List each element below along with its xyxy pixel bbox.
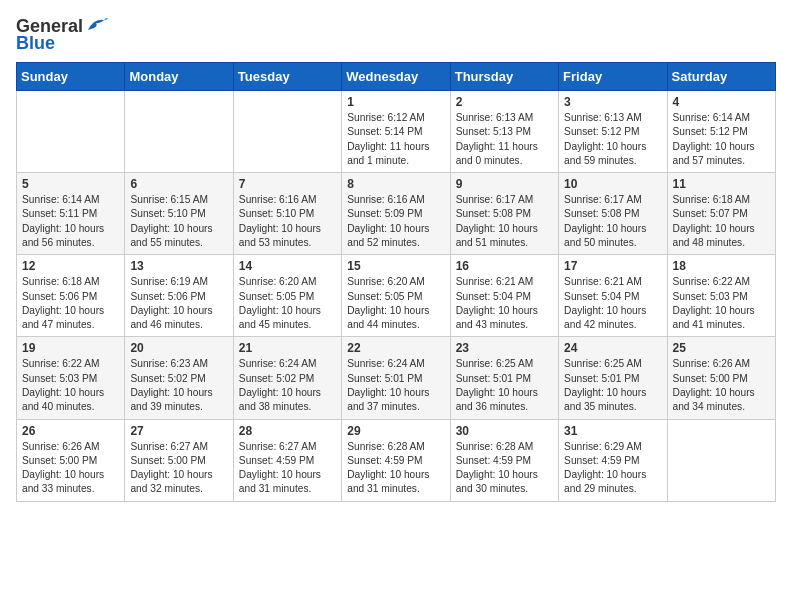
cell-info: Sunrise: 6:12 AMSunset: 5:14 PMDaylight:… xyxy=(347,111,444,168)
calendar-week-row: 5Sunrise: 6:14 AMSunset: 5:11 PMDaylight… xyxy=(17,173,776,255)
cell-info: Sunrise: 6:25 AMSunset: 5:01 PMDaylight:… xyxy=(456,357,553,414)
calendar-cell xyxy=(667,419,775,501)
day-header-thursday: Thursday xyxy=(450,63,558,91)
day-number: 31 xyxy=(564,424,661,438)
cell-info: Sunrise: 6:24 AMSunset: 5:01 PMDaylight:… xyxy=(347,357,444,414)
calendar-cell: 29Sunrise: 6:28 AMSunset: 4:59 PMDayligh… xyxy=(342,419,450,501)
cell-info: Sunrise: 6:20 AMSunset: 5:05 PMDaylight:… xyxy=(347,275,444,332)
calendar-cell: 24Sunrise: 6:25 AMSunset: 5:01 PMDayligh… xyxy=(559,337,667,419)
cell-info: Sunrise: 6:13 AMSunset: 5:12 PMDaylight:… xyxy=(564,111,661,168)
cell-info: Sunrise: 6:27 AMSunset: 4:59 PMDaylight:… xyxy=(239,440,336,497)
cell-info: Sunrise: 6:17 AMSunset: 5:08 PMDaylight:… xyxy=(456,193,553,250)
day-number: 10 xyxy=(564,177,661,191)
calendar-cell: 7Sunrise: 6:16 AMSunset: 5:10 PMDaylight… xyxy=(233,173,341,255)
calendar-cell: 28Sunrise: 6:27 AMSunset: 4:59 PMDayligh… xyxy=(233,419,341,501)
calendar-cell: 8Sunrise: 6:16 AMSunset: 5:09 PMDaylight… xyxy=(342,173,450,255)
cell-info: Sunrise: 6:16 AMSunset: 5:09 PMDaylight:… xyxy=(347,193,444,250)
calendar-cell xyxy=(233,91,341,173)
day-header-sunday: Sunday xyxy=(17,63,125,91)
day-number: 27 xyxy=(130,424,227,438)
cell-info: Sunrise: 6:19 AMSunset: 5:06 PMDaylight:… xyxy=(130,275,227,332)
calendar-cell: 23Sunrise: 6:25 AMSunset: 5:01 PMDayligh… xyxy=(450,337,558,419)
day-number: 2 xyxy=(456,95,553,109)
day-number: 22 xyxy=(347,341,444,355)
page-header: General Blue xyxy=(16,16,776,54)
day-number: 4 xyxy=(673,95,770,109)
calendar-cell: 20Sunrise: 6:23 AMSunset: 5:02 PMDayligh… xyxy=(125,337,233,419)
cell-info: Sunrise: 6:29 AMSunset: 4:59 PMDaylight:… xyxy=(564,440,661,497)
day-header-saturday: Saturday xyxy=(667,63,775,91)
cell-info: Sunrise: 6:17 AMSunset: 5:08 PMDaylight:… xyxy=(564,193,661,250)
cell-info: Sunrise: 6:13 AMSunset: 5:13 PMDaylight:… xyxy=(456,111,553,168)
day-number: 5 xyxy=(22,177,119,191)
calendar-week-row: 19Sunrise: 6:22 AMSunset: 5:03 PMDayligh… xyxy=(17,337,776,419)
cell-info: Sunrise: 6:26 AMSunset: 5:00 PMDaylight:… xyxy=(22,440,119,497)
cell-info: Sunrise: 6:27 AMSunset: 5:00 PMDaylight:… xyxy=(130,440,227,497)
day-header-monday: Monday xyxy=(125,63,233,91)
cell-info: Sunrise: 6:20 AMSunset: 5:05 PMDaylight:… xyxy=(239,275,336,332)
calendar-cell: 22Sunrise: 6:24 AMSunset: 5:01 PMDayligh… xyxy=(342,337,450,419)
day-header-wednesday: Wednesday xyxy=(342,63,450,91)
calendar-cell: 4Sunrise: 6:14 AMSunset: 5:12 PMDaylight… xyxy=(667,91,775,173)
cell-info: Sunrise: 6:24 AMSunset: 5:02 PMDaylight:… xyxy=(239,357,336,414)
day-number: 16 xyxy=(456,259,553,273)
calendar-week-row: 26Sunrise: 6:26 AMSunset: 5:00 PMDayligh… xyxy=(17,419,776,501)
day-number: 14 xyxy=(239,259,336,273)
day-number: 29 xyxy=(347,424,444,438)
cell-info: Sunrise: 6:23 AMSunset: 5:02 PMDaylight:… xyxy=(130,357,227,414)
day-number: 1 xyxy=(347,95,444,109)
cell-info: Sunrise: 6:14 AMSunset: 5:12 PMDaylight:… xyxy=(673,111,770,168)
calendar-cell: 3Sunrise: 6:13 AMSunset: 5:12 PMDaylight… xyxy=(559,91,667,173)
logo-blue-text: Blue xyxy=(16,33,55,54)
cell-info: Sunrise: 6:21 AMSunset: 5:04 PMDaylight:… xyxy=(564,275,661,332)
cell-info: Sunrise: 6:22 AMSunset: 5:03 PMDaylight:… xyxy=(22,357,119,414)
cell-info: Sunrise: 6:26 AMSunset: 5:00 PMDaylight:… xyxy=(673,357,770,414)
calendar-cell: 31Sunrise: 6:29 AMSunset: 4:59 PMDayligh… xyxy=(559,419,667,501)
calendar-cell: 12Sunrise: 6:18 AMSunset: 5:06 PMDayligh… xyxy=(17,255,125,337)
day-number: 28 xyxy=(239,424,336,438)
calendar-cell: 25Sunrise: 6:26 AMSunset: 5:00 PMDayligh… xyxy=(667,337,775,419)
calendar-cell: 27Sunrise: 6:27 AMSunset: 5:00 PMDayligh… xyxy=(125,419,233,501)
day-number: 23 xyxy=(456,341,553,355)
cell-info: Sunrise: 6:22 AMSunset: 5:03 PMDaylight:… xyxy=(673,275,770,332)
day-number: 17 xyxy=(564,259,661,273)
calendar-cell: 2Sunrise: 6:13 AMSunset: 5:13 PMDaylight… xyxy=(450,91,558,173)
day-number: 30 xyxy=(456,424,553,438)
day-number: 3 xyxy=(564,95,661,109)
day-header-friday: Friday xyxy=(559,63,667,91)
calendar-cell: 13Sunrise: 6:19 AMSunset: 5:06 PMDayligh… xyxy=(125,255,233,337)
calendar-cell: 30Sunrise: 6:28 AMSunset: 4:59 PMDayligh… xyxy=(450,419,558,501)
calendar-cell: 19Sunrise: 6:22 AMSunset: 5:03 PMDayligh… xyxy=(17,337,125,419)
cell-info: Sunrise: 6:28 AMSunset: 4:59 PMDaylight:… xyxy=(456,440,553,497)
calendar-cell: 5Sunrise: 6:14 AMSunset: 5:11 PMDaylight… xyxy=(17,173,125,255)
calendar-cell: 18Sunrise: 6:22 AMSunset: 5:03 PMDayligh… xyxy=(667,255,775,337)
calendar-cell: 14Sunrise: 6:20 AMSunset: 5:05 PMDayligh… xyxy=(233,255,341,337)
logo-bird-icon xyxy=(86,16,108,34)
calendar-cell: 10Sunrise: 6:17 AMSunset: 5:08 PMDayligh… xyxy=(559,173,667,255)
cell-info: Sunrise: 6:18 AMSunset: 5:07 PMDaylight:… xyxy=(673,193,770,250)
day-number: 19 xyxy=(22,341,119,355)
day-number: 13 xyxy=(130,259,227,273)
calendar-week-row: 12Sunrise: 6:18 AMSunset: 5:06 PMDayligh… xyxy=(17,255,776,337)
calendar-week-row: 1Sunrise: 6:12 AMSunset: 5:14 PMDaylight… xyxy=(17,91,776,173)
cell-info: Sunrise: 6:21 AMSunset: 5:04 PMDaylight:… xyxy=(456,275,553,332)
logo: General Blue xyxy=(16,16,108,54)
calendar-cell: 6Sunrise: 6:15 AMSunset: 5:10 PMDaylight… xyxy=(125,173,233,255)
day-number: 18 xyxy=(673,259,770,273)
day-number: 15 xyxy=(347,259,444,273)
day-number: 11 xyxy=(673,177,770,191)
calendar-cell: 16Sunrise: 6:21 AMSunset: 5:04 PMDayligh… xyxy=(450,255,558,337)
cell-info: Sunrise: 6:18 AMSunset: 5:06 PMDaylight:… xyxy=(22,275,119,332)
day-number: 26 xyxy=(22,424,119,438)
day-header-tuesday: Tuesday xyxy=(233,63,341,91)
calendar-cell xyxy=(125,91,233,173)
calendar-cell: 26Sunrise: 6:26 AMSunset: 5:00 PMDayligh… xyxy=(17,419,125,501)
calendar-cell: 9Sunrise: 6:17 AMSunset: 5:08 PMDaylight… xyxy=(450,173,558,255)
calendar-cell xyxy=(17,91,125,173)
day-number: 8 xyxy=(347,177,444,191)
day-number: 25 xyxy=(673,341,770,355)
day-number: 24 xyxy=(564,341,661,355)
day-number: 20 xyxy=(130,341,227,355)
calendar-cell: 1Sunrise: 6:12 AMSunset: 5:14 PMDaylight… xyxy=(342,91,450,173)
cell-info: Sunrise: 6:16 AMSunset: 5:10 PMDaylight:… xyxy=(239,193,336,250)
